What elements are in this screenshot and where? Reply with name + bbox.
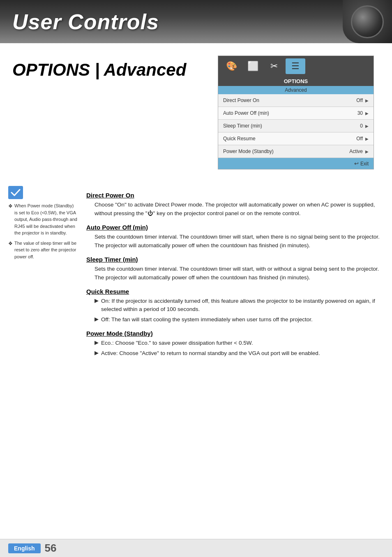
sleep-timer-text: Sets the countdown timer interval. The c… bbox=[95, 265, 384, 282]
logo-area bbox=[343, 0, 392, 43]
note-icon-box bbox=[8, 186, 23, 199]
menu-row-quick-resume[interactable]: Quick Resume Off ▶ bbox=[218, 132, 374, 145]
power-mode-bullet-2: ▶ Active: Choose "Active" to return to n… bbox=[95, 349, 384, 358]
menu-row-sleep-timer[interactable]: Sleep Timer (min) 0 ▶ bbox=[218, 120, 374, 132]
power-mode-heading: Power Mode (Standby) bbox=[86, 330, 384, 337]
menu-main-header: OPTIONS bbox=[218, 77, 374, 86]
arrow-icon: ▶ bbox=[365, 149, 369, 154]
menu-row-power-mode[interactable]: Power Mode (Standby) Active ▶ bbox=[218, 145, 374, 158]
page-footer: English 56 bbox=[0, 539, 392, 557]
page-number: 56 bbox=[45, 542, 57, 555]
left-title-section: OPTIONS | Advanced bbox=[0, 51, 214, 174]
top-content-area: OPTIONS | Advanced 🎨 ⬜ ✂ ☰ OPTIONS bbox=[0, 43, 392, 182]
palette-tab[interactable]: 🎨 bbox=[221, 58, 241, 74]
sleep-timer-heading: Sleep Timer (min) bbox=[86, 256, 384, 263]
menu-row-auto-power[interactable]: Auto Power Off (min) 30 ▶ bbox=[218, 107, 374, 120]
checkmark-icon bbox=[11, 188, 21, 197]
power-mode-label: Power Mode (Standby) bbox=[223, 149, 274, 154]
section-power-mode: Power Mode (Standby) ▶ Eco.: Choose "Eco… bbox=[86, 330, 384, 358]
options-icon: ☰ bbox=[291, 61, 300, 72]
lens-graphic bbox=[351, 5, 384, 38]
menu-exit-row[interactable]: ↩ Exit bbox=[218, 158, 374, 169]
note-content: ❖ When Power mode (Standby) is set to Ec… bbox=[8, 202, 78, 260]
auto-power-off-text: Sets the countdown timer interval. The c… bbox=[95, 233, 384, 250]
power-mode-active-text: Active: Choose "Active" to return to nor… bbox=[101, 349, 320, 358]
page-title: User Controls bbox=[12, 9, 159, 34]
exit-label: Exit bbox=[360, 161, 369, 167]
setup-tab[interactable]: ✂ bbox=[264, 58, 284, 74]
palette-icon: 🎨 bbox=[226, 61, 237, 72]
quick-resume-bullet-2: ▶ Off: The fan will start cooling the sy… bbox=[95, 316, 384, 324]
bullet-arrow-icon: ▶ bbox=[95, 316, 99, 324]
options-tab[interactable]: ☰ bbox=[286, 58, 305, 74]
lower-content: ❖ When Power mode (Standby) is set to Ec… bbox=[0, 182, 392, 388]
section-title: OPTIONS | Advanced bbox=[12, 60, 201, 80]
language-badge: English bbox=[8, 543, 41, 553]
body-text-area: Direct Power On Choose "On" to activate … bbox=[82, 182, 392, 364]
arrow-icon: ▶ bbox=[365, 124, 369, 128]
quick-resume-bullet-1: ▶ On: If the projector is accidentally t… bbox=[95, 297, 384, 314]
direct-power-label: Direct Power On bbox=[223, 97, 259, 103]
direct-power-value: Off ▶ bbox=[356, 97, 369, 103]
osd-menu: 🎨 ⬜ ✂ ☰ OPTIONS Advanced Direct Power On bbox=[218, 56, 374, 169]
note-sidebar: ❖ When Power mode (Standby) is set to Ec… bbox=[0, 182, 82, 364]
bullet-arrow-icon: ▶ bbox=[95, 297, 99, 314]
menu-row-direct-power[interactable]: Direct Power On Off ▶ bbox=[218, 94, 374, 107]
arrow-icon: ▶ bbox=[365, 137, 369, 141]
note-item-2: ❖ The value of sleep timer will be reset… bbox=[8, 240, 78, 260]
menu-icon-row: 🎨 ⬜ ✂ ☰ bbox=[218, 56, 374, 77]
auto-power-label: Auto Power Off (min) bbox=[223, 110, 269, 116]
quick-resume-off-text: Off: The fan will start cooling the syst… bbox=[101, 316, 313, 324]
menu-section: 🎨 ⬜ ✂ ☰ OPTIONS Advanced Direct Power On bbox=[214, 51, 392, 174]
sleep-timer-label: Sleep Timer (min) bbox=[223, 123, 262, 129]
auto-power-off-heading: Auto Power Off (min) bbox=[86, 224, 384, 231]
menu-sub-header: Advanced bbox=[218, 86, 374, 94]
arrow-icon: ▶ bbox=[365, 98, 369, 103]
quick-resume-heading: Quick Resume bbox=[86, 288, 384, 295]
wrench-icon: ✂ bbox=[270, 61, 278, 72]
quick-resume-label: Quick Resume bbox=[223, 136, 256, 142]
display-icon: ⬜ bbox=[247, 61, 258, 72]
note-bullet-2: ❖ bbox=[8, 240, 13, 260]
power-mode-value: Active ▶ bbox=[349, 149, 369, 154]
bullet-arrow-icon: ▶ bbox=[95, 350, 99, 358]
note-bullet-1: ❖ bbox=[8, 202, 13, 237]
direct-power-on-text: Choose "On" to activate Direct Power mod… bbox=[95, 201, 384, 218]
quick-resume-value: Off ▶ bbox=[356, 136, 369, 142]
quick-resume-on-text: On: If the projector is accidentally tur… bbox=[101, 297, 384, 314]
power-mode-bullet-1: ▶ Eco.: Choose "Eco." to save power diss… bbox=[95, 339, 384, 348]
auto-power-value: 30 ▶ bbox=[357, 110, 369, 116]
note-text-1: When Power mode (Standby) is set to Eco … bbox=[14, 202, 78, 237]
exit-arrow-icon: ↩ bbox=[354, 160, 359, 167]
note-item-1: ❖ When Power mode (Standby) is set to Ec… bbox=[8, 202, 78, 237]
bullet-arrow-icon: ▶ bbox=[95, 339, 99, 348]
direct-power-on-heading: Direct Power On bbox=[86, 192, 384, 199]
page-header: User Controls bbox=[0, 0, 392, 43]
power-mode-eco-text: Eco.: Choose "Eco." to save power dissip… bbox=[101, 339, 253, 348]
sleep-timer-value: 0 ▶ bbox=[360, 123, 369, 129]
arrow-icon: ▶ bbox=[365, 111, 369, 116]
section-sleep-timer: Sleep Timer (min) Sets the countdown tim… bbox=[86, 256, 384, 282]
section-quick-resume: Quick Resume ▶ On: If the projector is a… bbox=[86, 288, 384, 325]
note-text-2: The value of sleep timer will be reset t… bbox=[14, 240, 78, 260]
display-tab[interactable]: ⬜ bbox=[243, 58, 263, 74]
section-auto-power-off: Auto Power Off (min) Sets the countdown … bbox=[86, 224, 384, 250]
section-direct-power-on: Direct Power On Choose "On" to activate … bbox=[86, 192, 384, 218]
